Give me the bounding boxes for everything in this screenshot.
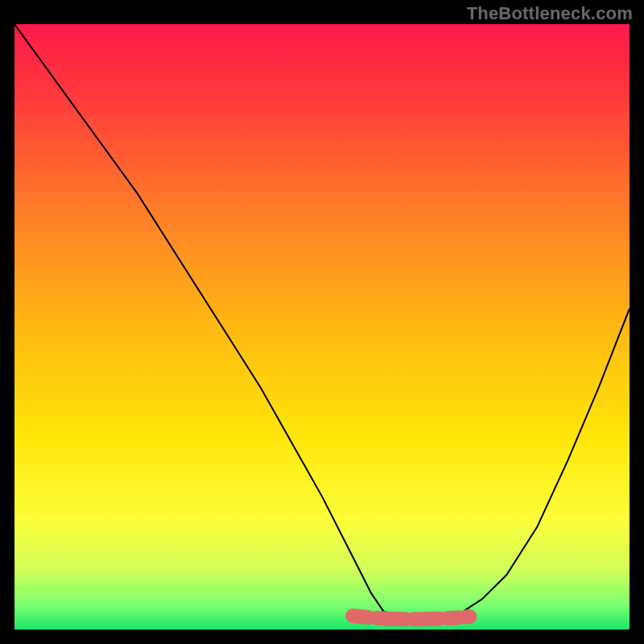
watermark-text: TheBottleneck.com (467, 3, 633, 24)
chart-stage: TheBottleneck.com (0, 0, 644, 644)
bottleneck-chart (0, 0, 644, 644)
optimal-range-highlight (353, 616, 469, 619)
gradient-background (14, 24, 630, 630)
